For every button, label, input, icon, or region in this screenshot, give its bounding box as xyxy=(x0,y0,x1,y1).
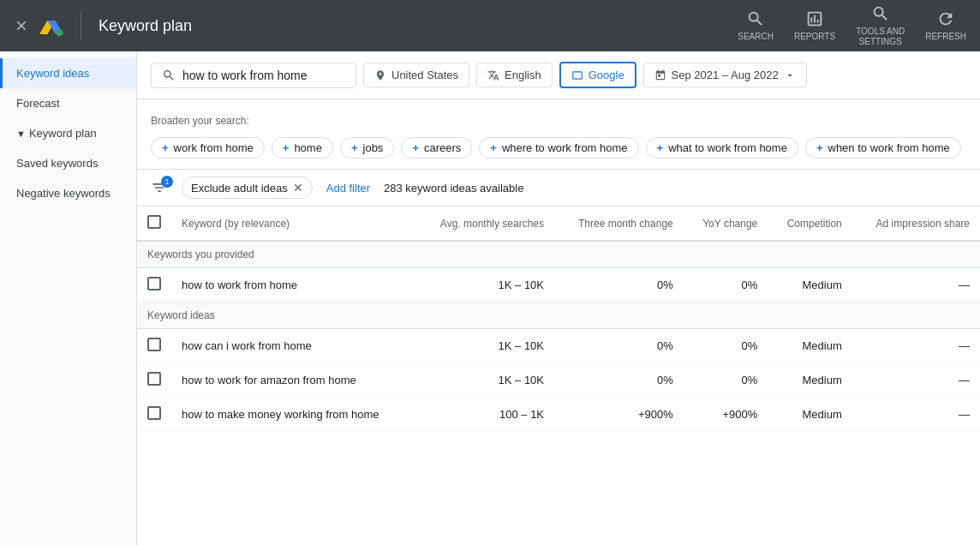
language-icon xyxy=(487,69,499,81)
broaden-chip-label-5: what to work from home xyxy=(668,141,787,154)
section1-label: Keywords you provided xyxy=(147,249,254,261)
sidebar-item-saved-keywords[interactable]: Saved keywords xyxy=(0,148,136,178)
keyword-cell-2: how to work for amazon from home xyxy=(171,363,415,398)
language-filter[interactable]: English xyxy=(476,63,553,87)
nav-tools-label: TOOLS AND SETTINGS xyxy=(856,27,905,47)
exclude-close-button[interactable]: ✕ xyxy=(293,181,303,195)
date-range-filter[interactable]: Sep 2021 – Aug 2022 xyxy=(643,63,807,87)
col-keyword: Keyword (by relevance) xyxy=(171,207,415,241)
col-competition: Competition xyxy=(768,207,852,241)
row-checkbox-2[interactable] xyxy=(147,372,161,386)
sidebar: Keyword ideas Forecast ▼ Keyword plan Sa… xyxy=(0,51,137,545)
filter-icon-with-badge[interactable]: 1 xyxy=(151,179,168,196)
location-text: United States xyxy=(391,69,458,81)
row-checkbox-3[interactable] xyxy=(147,406,161,420)
plus-icon-4: + xyxy=(490,141,497,154)
keywords-table: Keyword (by relevance) Avg. monthly sear… xyxy=(137,207,980,432)
nav-divider xyxy=(81,10,81,41)
nav-reports-button[interactable]: REPORTS xyxy=(794,9,835,42)
row-checkbox-0[interactable] xyxy=(147,277,161,290)
plus-icon-3: + xyxy=(412,141,419,154)
section2-label: Keyword ideas xyxy=(147,309,215,321)
nav-search-button[interactable]: SEARCH xyxy=(738,9,774,42)
avg-monthly-cell-2: 1K – 10K xyxy=(415,363,554,398)
three-month-cell-2: 0% xyxy=(554,363,684,398)
sidebar-label-keyword-ideas: Keyword ideas xyxy=(16,67,89,80)
three-month-cell-1: 0% xyxy=(554,329,684,363)
broaden-chip-label-2: jobs xyxy=(363,141,384,154)
broaden-chip-label-0: work from home xyxy=(174,141,254,154)
broaden-chip-1[interactable]: + home xyxy=(272,137,333,159)
broaden-search-area: Broaden your search: + work from home + … xyxy=(137,99,980,170)
broaden-chip-6[interactable]: + when to work from home xyxy=(805,137,961,159)
sidebar-item-forecast[interactable]: Forecast xyxy=(0,88,136,118)
yoy-cell-2: 0% xyxy=(684,363,768,398)
broaden-chip-label-4: where to work from home xyxy=(502,141,628,154)
keywords-table-wrapper: Keyword (by relevance) Avg. monthly sear… xyxy=(137,207,980,432)
competition-cell-1: Medium xyxy=(768,329,852,363)
competition-cell-2: Medium xyxy=(768,363,852,398)
ad-impression-cell-1: — xyxy=(852,329,980,363)
select-all-checkbox[interactable] xyxy=(147,215,161,229)
table-row: how to make money working from home 100 … xyxy=(137,398,980,432)
plus-icon-0: + xyxy=(162,141,169,154)
nav-actions: SEARCH REPORTS TOOLS AND SETTINGS REFRES… xyxy=(738,4,966,47)
keyword-cell-3: how to make money working from home xyxy=(171,398,415,432)
svg-point-2 xyxy=(57,29,63,36)
add-filter-button[interactable]: Add filter xyxy=(326,182,370,195)
exclude-adult-chip: Exclude adult ideas ✕ xyxy=(182,177,313,199)
ad-impression-cell-3: — xyxy=(852,398,980,432)
broaden-chip-5[interactable]: + what to work from home xyxy=(646,137,798,159)
avg-monthly-cell-1: 1K – 10K xyxy=(415,329,554,363)
competition-cell-3: Medium xyxy=(768,398,852,432)
sidebar-item-keyword-plan[interactable]: ▼ Keyword plan xyxy=(0,118,136,148)
network-icon xyxy=(571,69,583,81)
broaden-chip-label-3: careers xyxy=(424,141,461,154)
yoy-cell-0: 0% xyxy=(684,268,768,302)
avg-monthly-cell-3: 100 – 1K xyxy=(415,398,554,432)
table-row: how to work for amazon from home 1K – 10… xyxy=(137,363,980,398)
broaden-chip-0[interactable]: + work from home xyxy=(151,137,265,159)
yoy-cell-1: 0% xyxy=(684,329,768,363)
keyword-count-text: 283 keyword ideas available xyxy=(384,182,523,195)
ad-impression-cell-0: — xyxy=(852,268,980,302)
sidebar-label-negative-keywords: Negative keywords xyxy=(16,187,111,200)
location-filter[interactable]: United States xyxy=(363,63,469,87)
sidebar-item-negative-keywords[interactable]: Negative keywords xyxy=(0,178,136,208)
page-title: Keyword plan xyxy=(99,17,727,35)
plus-icon-6: + xyxy=(816,141,823,154)
sidebar-label-saved-keywords: Saved keywords xyxy=(16,157,98,170)
section1-header-row: Keywords you provided xyxy=(137,241,980,268)
ad-impression-cell-2: — xyxy=(852,363,980,398)
search-query-text: how to work from home xyxy=(182,69,308,82)
nav-refresh-button[interactable]: REFRESH xyxy=(925,9,966,42)
avg-monthly-cell-0: 1K – 10K xyxy=(415,268,554,302)
network-filter[interactable]: Google xyxy=(559,62,636,88)
broaden-chip-2[interactable]: + jobs xyxy=(340,137,394,159)
three-month-cell-0: 0% xyxy=(554,268,684,302)
row-checkbox-1[interactable] xyxy=(147,338,161,351)
top-nav: Keyword plan SEARCH REPORTS TOOLS AND SE… xyxy=(0,0,980,51)
col-avg-monthly: Avg. monthly searches xyxy=(415,207,554,241)
nav-search-label: SEARCH xyxy=(738,32,774,42)
sidebar-item-keyword-ideas[interactable]: Keyword ideas xyxy=(0,58,136,88)
chevron-icon: ▼ xyxy=(16,129,26,139)
calendar-icon xyxy=(654,69,666,81)
exclude-adult-label: Exclude adult ideas xyxy=(191,182,288,195)
table-row: how to work from home 1K – 10K 0% 0% Med… xyxy=(137,268,980,302)
sidebar-label-keyword-plan: Keyword plan xyxy=(29,127,97,140)
col-three-month: Three month change xyxy=(554,207,684,241)
broaden-chip-3[interactable]: + careers xyxy=(401,137,472,159)
filter-badge: 1 xyxy=(161,176,173,188)
google-ads-logo xyxy=(39,14,63,38)
yoy-cell-3: +900% xyxy=(684,398,768,432)
close-button[interactable] xyxy=(14,18,29,33)
keyword-cell-1: how can i work from home xyxy=(171,329,415,363)
broaden-chip-4[interactable]: + where to work from home xyxy=(479,137,638,159)
nav-tools-button[interactable]: TOOLS AND SETTINGS xyxy=(856,4,905,47)
competition-cell-0: Medium xyxy=(768,268,852,302)
app-body: Keyword ideas Forecast ▼ Keyword plan Sa… xyxy=(0,51,980,545)
search-area: how to work from home United States Engl… xyxy=(137,51,980,99)
search-input-box[interactable]: how to work from home xyxy=(151,63,356,88)
nav-reports-label: REPORTS xyxy=(794,32,835,42)
